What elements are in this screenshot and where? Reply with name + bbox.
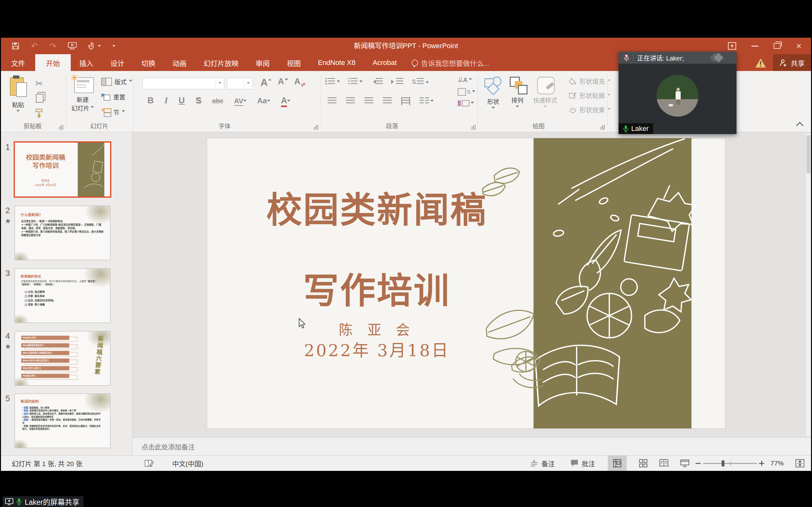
quick-styles-button[interactable]: 快速样式	[533, 76, 557, 109]
italic-button[interactable]: I	[165, 96, 168, 106]
touch-mode-control[interactable]	[88, 42, 101, 50]
meeting-overlay[interactable]: 正在讲话: Laker; Laker	[618, 52, 737, 134]
zoom-slider[interactable]	[703, 456, 757, 471]
close-button[interactable]: ×	[796, 41, 802, 51]
character-spacing-button[interactable]: AV	[234, 97, 247, 106]
zoom-in-button[interactable]	[759, 456, 764, 471]
tab-slideshow[interactable]: 幻灯片放映	[195, 54, 247, 71]
thumbnail-slide-2[interactable]: 什么是新闻? 在日常生活中，“新闻”一词有两种用法: ➤一种是广义的，广义的新闻…	[14, 206, 110, 260]
zoom-slider-thumb[interactable]	[722, 460, 724, 466]
format-painter-icon[interactable]	[35, 108, 44, 118]
notes-pane[interactable]: 点击此处添加备注	[133, 437, 811, 455]
ribbon-display-options-icon[interactable]	[728, 42, 736, 50]
share-button[interactable]: 共享	[773, 54, 811, 71]
change-case-button[interactable]: Aa	[257, 96, 270, 105]
notes-icon	[530, 459, 538, 467]
zoom-out-button[interactable]	[696, 456, 701, 471]
drawing-dialog-launcher[interactable]	[600, 125, 605, 129]
font-name-combobox[interactable]	[142, 78, 224, 89]
tab-endnote[interactable]: EndNote X8	[309, 54, 364, 71]
reset-button[interactable]: 重置	[101, 93, 125, 101]
layout-button[interactable]: 版式	[101, 77, 132, 86]
section-button[interactable]: ✳ 节	[101, 108, 125, 116]
thumbnail-slide-5[interactable]: 新闻的结构 • 标题: 高度概括，抓人眼球 • 导语: 用来揭示消息的中心探讨事…	[14, 394, 110, 448]
normal-view-button[interactable]	[608, 456, 627, 471]
clipboard-dialog-launcher[interactable]	[59, 125, 63, 129]
shape-fill-button[interactable]: 形状填充	[569, 77, 611, 86]
tab-file[interactable]: 文件	[1, 54, 35, 71]
tab-review[interactable]: 审阅	[247, 54, 278, 71]
language-status[interactable]: 中文(中国)	[172, 456, 203, 471]
line-spacing-button[interactable]: ⇅	[411, 78, 429, 86]
comments-toggle[interactable]: 批注	[570, 456, 595, 471]
scrollbar-thumb[interactable]	[807, 135, 810, 173]
convert-smartart-button[interactable]	[458, 100, 475, 107]
tab-insert[interactable]: 插入	[71, 54, 102, 71]
tab-transitions[interactable]: 切换	[133, 54, 164, 71]
fit-to-window-button[interactable]	[795, 456, 805, 471]
slide-title[interactable]: 校园类新闻稿 写作培训	[220, 187, 534, 314]
redo-icon[interactable]: ↷	[49, 42, 56, 50]
text-direction-button[interactable]: ⇊A	[458, 76, 475, 83]
tab-acrobat[interactable]: Acrobat	[364, 54, 405, 71]
minimize-button[interactable]	[751, 46, 758, 47]
proofing-icon[interactable]	[144, 456, 154, 471]
slide-date[interactable]: 2022年 3月18日	[220, 337, 534, 361]
slide-author[interactable]: 陈 亚 会	[220, 319, 534, 339]
slide-scrollbar[interactable]	[806, 133, 811, 436]
columns-button[interactable]	[420, 97, 434, 105]
notes-toggle[interactable]: 备注	[530, 456, 555, 471]
tab-design[interactable]: 设计	[102, 54, 133, 71]
increase-indent-button[interactable]	[391, 78, 403, 86]
align-right-button[interactable]	[364, 97, 373, 105]
screen-share-badge[interactable]: Laker的屏幕共享	[3, 496, 84, 507]
font-dialog-launcher[interactable]	[314, 125, 318, 129]
align-left-button[interactable]	[328, 97, 337, 105]
participant-video[interactable]: Laker	[618, 64, 737, 134]
strikethrough-button[interactable]: abc	[212, 97, 223, 105]
customize-qat-icon[interactable]	[112, 45, 115, 49]
bold-button[interactable]: B	[148, 96, 154, 106]
restore-button[interactable]	[774, 43, 780, 49]
font-size-combobox[interactable]	[227, 78, 253, 89]
slide-sorter-view-button[interactable]	[634, 456, 653, 471]
tell-me-box[interactable]: 告诉我您想要做什么...	[405, 54, 496, 71]
new-slide-button[interactable]: ✳ 新建 幻灯片	[71, 75, 94, 112]
grow-font-button[interactable]: A	[260, 77, 268, 89]
numbering-button[interactable]	[348, 78, 362, 86]
align-text-button[interactable]: ⇅	[458, 88, 475, 96]
copy-icon[interactable]	[36, 94, 44, 103]
underline-button[interactable]: U	[179, 96, 185, 106]
thumbnail-slide-4[interactable]: What(什么事?) Who(谁和这件事有关?) When?(这件事什么时候发生…	[14, 331, 110, 386]
shape-outline-button[interactable]: 形状轮廓	[569, 91, 611, 100]
text-shadow-button[interactable]: S	[196, 96, 201, 106]
shape-effects-button[interactable]: 形状效果	[569, 105, 611, 114]
distribute-button[interactable]	[401, 97, 410, 105]
shapes-button[interactable]: 形状	[484, 76, 503, 110]
tab-home[interactable]: 开始	[35, 54, 71, 71]
cut-icon[interactable]: ✂	[35, 78, 43, 89]
paragraph-dialog-launcher[interactable]	[471, 125, 475, 129]
slideshow-view-button[interactable]	[675, 456, 694, 471]
reading-view-button[interactable]	[654, 456, 673, 471]
save-icon[interactable]	[11, 42, 20, 50]
thumbnail-slide-3[interactable]: 新闻稿的特点 尽管新闻的类型有很多种，但它们都有共同的基本特点，主要是 “真实性…	[14, 268, 110, 323]
decrease-indent-button[interactable]	[371, 78, 383, 86]
undo-icon[interactable]: ↶	[31, 42, 38, 50]
justify-button[interactable]	[383, 97, 392, 105]
zoom-level[interactable]: 77%	[770, 456, 784, 471]
tab-animations[interactable]: 动画	[164, 54, 195, 71]
slide-canvas[interactable]: 校园类新闻稿 写作培训 陈 亚 会 2022年 3月18日	[207, 138, 725, 429]
arrange-button[interactable]: 排列	[508, 76, 526, 109]
align-center-button[interactable]	[346, 97, 355, 105]
bullets-button[interactable]	[325, 78, 340, 86]
warning-icon[interactable]	[755, 58, 766, 68]
paste-button[interactable]: 粘贴	[9, 75, 27, 113]
clear-formatting-button[interactable]: A	[294, 77, 301, 87]
start-slideshow-icon[interactable]	[68, 42, 77, 50]
thumbnail-slide-1[interactable]: 校园类新闻稿 写作培训 陈亚会 2022年 3月18日	[14, 141, 111, 198]
font-color-button[interactable]: A	[281, 96, 291, 107]
shrink-font-button[interactable]: A	[278, 77, 284, 87]
collapse-ribbon-icon[interactable]	[796, 122, 803, 129]
tab-view[interactable]: 视图	[278, 54, 309, 71]
